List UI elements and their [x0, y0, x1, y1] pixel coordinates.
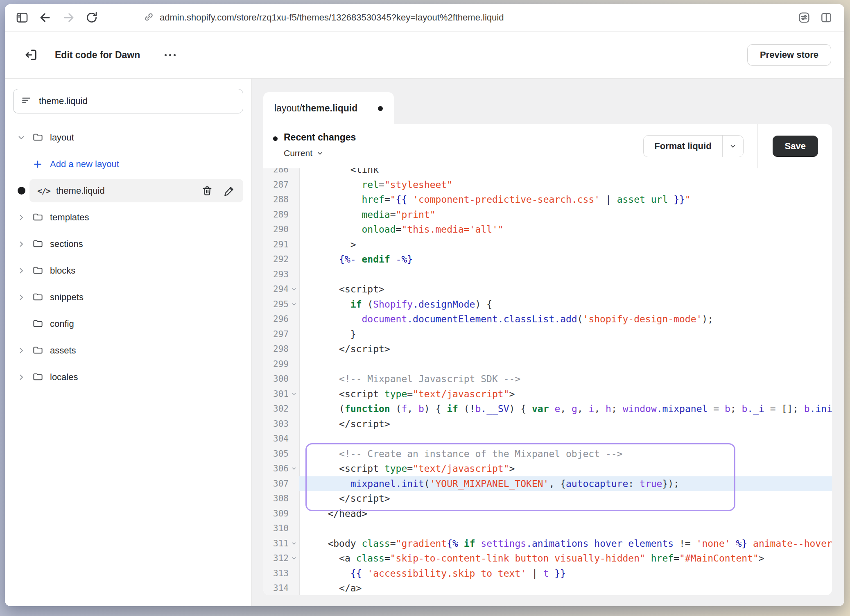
sidebar-item-assets[interactable]: assets	[13, 339, 243, 362]
code-line-291[interactable]: 291 >	[263, 237, 832, 252]
fold-spacer	[289, 566, 299, 581]
more-actions-icon[interactable]	[161, 50, 180, 60]
preview-store-button[interactable]: Preview store	[747, 44, 831, 66]
sidebar-item-templates[interactable]: templates	[13, 206, 243, 229]
code-line-306[interactable]: 306 <script type="text/javascript">	[263, 461, 832, 476]
code-line-294[interactable]: 294 <script>	[263, 282, 832, 297]
line-number: 292	[263, 252, 289, 267]
browser-toolbar: admin.shopify.com/store/rzq1xu-f5/themes…	[5, 4, 844, 32]
sidebar-item-blocks[interactable]: blocks	[13, 259, 243, 282]
code-line-302[interactable]: 302 (function (f, b) { if (!b.__SV) { va…	[263, 401, 832, 417]
code-line-311[interactable]: 311 <body class="gradient{% if settings.…	[263, 536, 832, 551]
folder-icon	[32, 238, 43, 249]
version-dropdown[interactable]: Current	[284, 148, 356, 158]
editor-area: layout/theme.liquid Recent changes Curre…	[252, 79, 844, 606]
chevron-right-icon	[17, 213, 25, 222]
code-line-314[interactable]: 314 </a>	[263, 581, 832, 595]
url-text: admin.shopify.com/store/rzq1xu-f5/themes…	[160, 12, 504, 23]
line-number: 309	[263, 506, 289, 521]
code-line-290[interactable]: 290 onload="this.media='all'"	[263, 222, 832, 237]
address-bar[interactable]: admin.shopify.com/store/rzq1xu-f5/themes…	[143, 4, 504, 31]
save-button[interactable]: Save	[773, 136, 818, 157]
code-line-301[interactable]: 301 <script type="text/javascript">	[263, 387, 832, 402]
line-number: 304	[263, 431, 289, 446]
fold-spacer	[289, 506, 299, 521]
fold-spacer	[289, 521, 299, 536]
code-line-310[interactable]: 310	[263, 521, 832, 536]
code-line-297[interactable]: 297 }	[263, 327, 832, 342]
code-line-298[interactable]: 298 </script>	[263, 342, 832, 357]
back-icon[interactable]	[37, 9, 53, 26]
code-text: (function (f, b) { if (!b.__SV) { var e,…	[299, 401, 832, 417]
tab-theme-liquid[interactable]: layout/theme.liquid	[263, 92, 394, 125]
code-line-303[interactable]: 303 </script>	[263, 417, 832, 432]
split-view-icon[interactable]	[818, 9, 834, 26]
folder-label: config	[50, 319, 74, 329]
active-file-row[interactable]: </>theme.liquid	[29, 179, 243, 202]
fold-spacer	[289, 267, 299, 282]
chevron-right-icon	[17, 267, 25, 275]
code-line-299[interactable]: 299	[263, 357, 832, 372]
forward-icon[interactable]	[61, 9, 77, 26]
code-line-313[interactable]: 313 {{ 'accessibility.skip_to_text' | t …	[263, 566, 832, 581]
sidebar-item-config[interactable]: config	[13, 312, 243, 335]
folder-icon	[32, 318, 43, 329]
code-line-304[interactable]: 304	[263, 431, 832, 446]
code-line-300[interactable]: 300 <!-- Mixpanel Javascript SDK -->	[263, 371, 832, 387]
sidebar-item-locales[interactable]: locales	[13, 365, 243, 389]
fold-spacer	[289, 491, 299, 506]
code-line-292[interactable]: 292 {%- endif -%}	[263, 252, 832, 267]
file-label: theme.liquid	[56, 186, 105, 196]
code-line-296[interactable]: 296 document.documentElement.classList.a…	[263, 312, 832, 327]
code-line-287[interactable]: 287 rel="stylesheet"	[263, 177, 832, 192]
fold-toggle[interactable]	[289, 282, 299, 297]
file-sidebar: layoutAdd a new layout</>theme.liquidtem…	[5, 79, 252, 606]
sidebar-panel-icon[interactable]	[14, 9, 30, 26]
line-number: 306	[263, 461, 289, 476]
sidebar-item-sections[interactable]: sections	[13, 232, 243, 256]
search-input[interactable]	[38, 95, 235, 107]
fold-toggle[interactable]	[289, 297, 299, 312]
tab-path-prefix: layout/	[274, 103, 302, 114]
delete-file-button[interactable]	[199, 183, 215, 199]
code-text	[299, 267, 832, 282]
code-text: if (Shopify.designMode) {	[299, 297, 832, 312]
exit-icon[interactable]	[23, 47, 39, 63]
rename-file-button[interactable]	[222, 183, 237, 199]
code-line-289[interactable]: 289 media="print"	[263, 207, 832, 222]
add-layout-label: Add a new layout	[50, 159, 119, 170]
code-line-286[interactable]: 286 <link	[263, 168, 832, 177]
folder-label: assets	[50, 345, 76, 356]
format-liquid-caret[interactable]	[722, 136, 743, 157]
code-line-305[interactable]: 305 <!-- Create an instance of the Mixpa…	[263, 446, 832, 462]
fold-toggle[interactable]	[289, 536, 299, 551]
fold-spacer	[289, 476, 299, 491]
line-number: 311	[263, 536, 289, 551]
code-line-295[interactable]: 295 if (Shopify.designMode) {	[263, 297, 832, 312]
fold-toggle[interactable]	[289, 387, 299, 402]
code-line-307[interactable]: 307 mixpanel.init('YOUR_MIXPANEL_TOKEN',…	[263, 476, 832, 491]
file-tree: layoutAdd a new layout</>theme.liquidtem…	[5, 126, 251, 389]
line-number: 297	[263, 327, 289, 342]
sidebar-item-layout[interactable]: layout	[13, 126, 243, 149]
sidebar-item-theme.liquid[interactable]: </>theme.liquid	[13, 179, 243, 202]
fold-toggle[interactable]	[289, 461, 299, 476]
pencil-icon	[223, 185, 235, 197]
line-number: 298	[263, 342, 289, 357]
sidebar-item-snippets[interactable]: snippets	[13, 285, 243, 309]
folder-label: layout	[50, 132, 74, 143]
code-text: {{ 'accessibility.skip_to_text' | t }}	[299, 566, 832, 581]
code-line-288[interactable]: 288 href="{{ 'component-predictive-searc…	[263, 192, 832, 207]
code-line-308[interactable]: 308 </script>	[263, 491, 832, 506]
code-line-309[interactable]: 309 </head>	[263, 506, 832, 521]
code-line-312[interactable]: 312 <a class="skip-to-content-link butto…	[263, 551, 832, 566]
reload-icon[interactable]	[84, 9, 100, 26]
format-liquid-button[interactable]: Format liquid	[644, 136, 722, 157]
tune-icon[interactable]	[796, 9, 812, 26]
code-editor[interactable]: 286 <link287 rel="stylesheet"288 href="{…	[263, 168, 832, 595]
fold-chevron-icon	[291, 286, 297, 292]
fold-toggle[interactable]	[289, 551, 299, 566]
code-line-293[interactable]: 293	[263, 267, 832, 282]
line-number: 308	[263, 491, 289, 506]
sidebar-item-add-a-new-layout[interactable]: Add a new layout	[13, 152, 243, 176]
